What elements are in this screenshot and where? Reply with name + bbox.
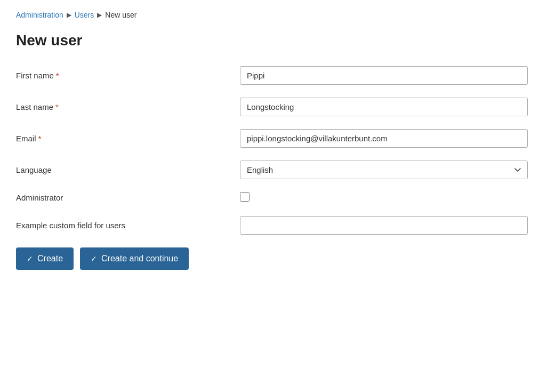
breadcrumb-separator-2: ▶ xyxy=(97,11,102,19)
email-field xyxy=(240,129,528,148)
email-input[interactable] xyxy=(240,129,528,148)
language-row: Language English German French xyxy=(16,161,528,179)
administrator-checkbox[interactable] xyxy=(240,192,250,202)
custom-field-wrapper xyxy=(240,216,528,235)
breadcrumb-admin-link[interactable]: Administration xyxy=(16,11,63,19)
last-name-input[interactable] xyxy=(240,98,528,116)
email-label: Email* xyxy=(16,134,240,143)
new-user-form: First name* Last name* Email* Language E… xyxy=(16,66,528,270)
language-label: Language xyxy=(16,165,240,174)
create-continue-button-label: Create and continue xyxy=(101,254,178,263)
first-name-input[interactable] xyxy=(240,66,528,85)
custom-field-row: Example custom field for users xyxy=(16,216,528,235)
administrator-field xyxy=(240,192,528,203)
custom-field-label: Example custom field for users xyxy=(16,221,240,230)
language-select[interactable]: English German French xyxy=(240,161,528,179)
last-name-row: Last name* xyxy=(16,98,528,116)
create-continue-button[interactable]: ✓ Create and continue xyxy=(80,247,189,270)
last-name-label: Last name* xyxy=(16,102,240,111)
breadcrumb-separator-1: ▶ xyxy=(67,11,71,19)
administrator-row: Administrator xyxy=(16,192,528,203)
last-name-field xyxy=(240,98,528,116)
breadcrumb-users-link[interactable]: Users xyxy=(75,11,94,19)
breadcrumb: Administration ▶ Users ▶ New user xyxy=(16,11,539,19)
administrator-label: Administrator xyxy=(16,193,240,202)
button-row: ✓ Create ✓ Create and continue xyxy=(16,247,528,270)
page-title: New user xyxy=(16,32,539,49)
email-row: Email* xyxy=(16,129,528,148)
first-name-label: First name* xyxy=(16,71,240,80)
create-button[interactable]: ✓ Create xyxy=(16,247,74,270)
create-checkmark-icon: ✓ xyxy=(27,254,33,263)
breadcrumb-current: New user xyxy=(105,11,136,19)
first-name-field xyxy=(240,66,528,85)
language-field: English German French xyxy=(240,161,528,179)
custom-field-input[interactable] xyxy=(240,216,528,235)
create-continue-checkmark-icon: ✓ xyxy=(91,254,97,263)
create-button-label: Create xyxy=(37,254,63,263)
first-name-row: First name* xyxy=(16,66,528,85)
